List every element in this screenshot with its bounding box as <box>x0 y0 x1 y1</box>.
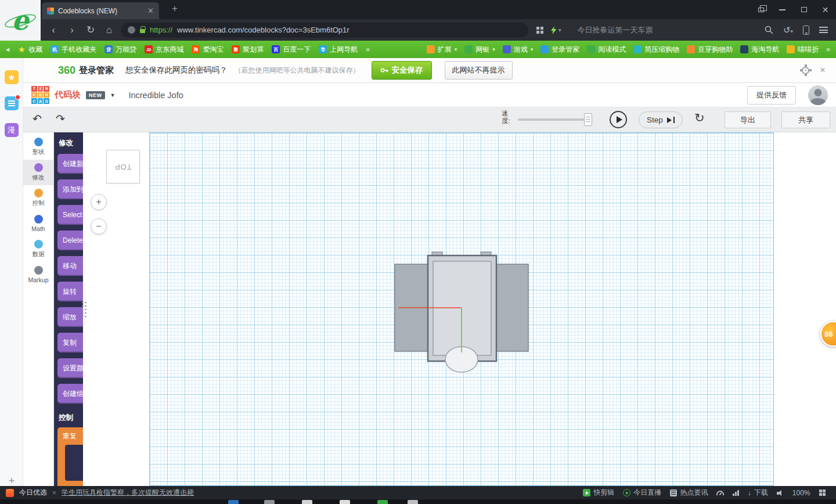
block-delete[interactable]: Delete <box>57 231 83 250</box>
session-restore-icon[interactable]: ↺▾ <box>783 25 793 35</box>
compress-shopping[interactable]: 简压缩购物 <box>633 45 679 55</box>
block-repeat[interactable]: 重复 <box>57 427 83 486</box>
new-tab-button[interactable]: + <box>172 3 178 15</box>
gear-icon[interactable] <box>802 67 809 74</box>
qr-code-icon[interactable] <box>536 27 543 34</box>
speed-slider-handle[interactable] <box>584 113 592 126</box>
password-manager[interactable]: 登录管家 <box>540 45 579 55</box>
bookmark-jd[interactable]: JD京东商城 <box>145 45 183 55</box>
bookmark-loan[interactable]: 贷万能贷 <box>105 45 136 55</box>
network-signal-icon[interactable] <box>733 490 739 496</box>
close-icon[interactable]: × <box>820 64 826 76</box>
browser-tab[interactable]: Codeblocks (NEW) ✕ <box>42 2 159 19</box>
extensions-overflow-icon[interactable]: » <box>826 45 830 53</box>
bookmark-nav[interactable]: 导上网导航 <box>319 45 358 55</box>
zoom-in-button[interactable]: + <box>91 194 107 210</box>
speed-slider[interactable] <box>518 118 588 121</box>
extensions-menu[interactable]: 扩展▾ <box>427 45 457 55</box>
douya-assistant[interactable]: 豆芽购物助 <box>687 45 733 55</box>
redo-button[interactable]: ↷ <box>56 112 65 125</box>
bookmark-phone[interactable]: 机手机收藏夹 <box>51 45 96 55</box>
taskbar-app-icon[interactable] <box>264 500 275 504</box>
acceleration-ball-badge[interactable]: 86 <box>820 321 836 347</box>
category-modify[interactable]: 修改 <box>23 160 53 185</box>
maximize-icon[interactable] <box>793 0 815 19</box>
3d-model-top-view[interactable] <box>385 246 536 379</box>
daily-picks-label[interactable]: 今日优选 <box>19 488 47 498</box>
back-icon[interactable]: ‹ <box>44 24 63 36</box>
category-math[interactable]: Math <box>23 211 53 236</box>
bookmark-taobao[interactable]: 淘爱淘宝 <box>192 45 224 55</box>
minimize-icon[interactable] <box>772 0 793 19</box>
app-menu-chevron-icon[interactable]: ▼ <box>110 92 116 98</box>
bookmark-favorites[interactable]: ★收藏 <box>17 45 42 55</box>
bookmarks-overflow-icon[interactable]: » <box>366 45 370 53</box>
taskbar-app-icon[interactable] <box>377 500 388 504</box>
codeblocks-canvas[interactable]: TOP + − 86 <box>83 132 836 486</box>
view-cube[interactable]: TOP <box>106 150 140 183</box>
category-markup[interactable]: Markup <box>23 262 53 287</box>
play-button[interactable] <box>610 111 627 128</box>
taskbar-app-icon[interactable] <box>340 500 350 504</box>
panel-resize-handle[interactable] <box>81 301 87 318</box>
block-select[interactable]: Select <box>57 205 83 225</box>
daily-picks-icon[interactable] <box>6 489 14 497</box>
bank-menu[interactable]: 网银▾ <box>464 45 495 55</box>
block-create-group[interactable]: 创建组 <box>57 384 83 404</box>
bookmark-juhuasuan[interactable]: 聚聚划算 <box>232 45 264 55</box>
news-ticker-link[interactable]: 学生用玩具枪指警察，多次提醒无效遭击毙 <box>62 488 194 498</box>
live-today-tool[interactable]: 今日直播 <box>623 488 661 498</box>
reader-mode[interactable]: 阅读模式 <box>587 45 626 55</box>
block-create-new[interactable]: 创建新对象 <box>57 154 83 174</box>
block-move[interactable]: 移动 <box>57 256 83 276</box>
document-title[interactable]: Incredible Jofo <box>128 91 183 100</box>
undo-button[interactable]: ↶ <box>33 112 42 125</box>
feeds-panel-icon[interactable] <box>5 96 19 110</box>
favorites-panel-icon[interactable]: ★ <box>5 70 19 84</box>
url-field[interactable]: https:// www.tinkercad.com/codeblocks?do… <box>121 23 528 38</box>
category-control[interactable]: 控制 <box>23 185 53 211</box>
share-button[interactable]: 共享 <box>781 111 830 128</box>
haitao-nav[interactable]: 海淘导航 <box>740 45 779 55</box>
block-copy[interactable]: 复制 <box>57 333 83 352</box>
taskbar-app-icon[interactable] <box>302 500 312 504</box>
collapse-chevron-icon[interactable]: ◀ <box>6 47 9 52</box>
download-tool[interactable]: ↓下载 <box>748 488 768 498</box>
zoom-level[interactable]: 100% <box>792 489 810 497</box>
speed-mode-toggle[interactable]: ▾ <box>550 26 561 34</box>
miaomiao-discount[interactable]: 喵喵折 <box>787 45 819 55</box>
block-add-to-group[interactable]: 添加到组 <box>57 179 83 199</box>
search-suggestion[interactable]: 今日抢春运第一天车票 <box>578 25 653 35</box>
search-icon[interactable] <box>765 26 773 34</box>
site-safety-icon[interactable] <box>128 26 135 34</box>
tab-close-icon[interactable]: ✕ <box>147 7 154 15</box>
app-name[interactable]: 代码块 <box>55 89 81 100</box>
feedback-button[interactable]: 提供反馈 <box>747 86 796 105</box>
step-button[interactable]: Step <box>639 111 683 128</box>
speed-gauge-icon[interactable] <box>716 491 724 495</box>
home-icon[interactable]: ⌂ <box>100 24 118 36</box>
block-scale[interactable]: 缩放 <box>57 307 83 327</box>
restart-button[interactable]: ↻ <box>694 111 705 125</box>
category-data[interactable]: 数据 <box>23 236 53 262</box>
layout-grid-icon[interactable] <box>819 489 826 496</box>
taskbar-app-icon[interactable] <box>408 500 418 504</box>
quick-edit-tool[interactable]: 快剪辑 <box>583 488 614 498</box>
menu-icon[interactable] <box>819 27 828 33</box>
tinkercad-logo[interactable]: TIN KER CAD <box>31 86 49 104</box>
tab-list-icon[interactable] <box>750 0 772 19</box>
avatar[interactable] <box>808 85 828 105</box>
zoom-out-button[interactable]: − <box>91 218 107 235</box>
taskbar-app-icon[interactable] <box>228 500 239 504</box>
dismiss-site-button[interactable]: 此网站不再提示 <box>445 61 513 80</box>
ticker-close-icon[interactable]: × <box>52 489 56 497</box>
mobile-sync-icon[interactable] <box>803 26 809 35</box>
export-button[interactable]: 导出 <box>725 111 771 128</box>
close-icon[interactable]: ✕ <box>815 0 836 19</box>
refresh-icon[interactable]: ↻ <box>81 24 100 36</box>
speaker-icon[interactable] <box>777 489 784 496</box>
block-rotate[interactable]: 旋转 <box>57 282 83 301</box>
games-menu[interactable]: 游戏▾ <box>503 45 534 55</box>
manga-panel-icon[interactable]: 漫 <box>5 123 19 137</box>
category-shapes[interactable]: 形状 <box>23 134 53 160</box>
